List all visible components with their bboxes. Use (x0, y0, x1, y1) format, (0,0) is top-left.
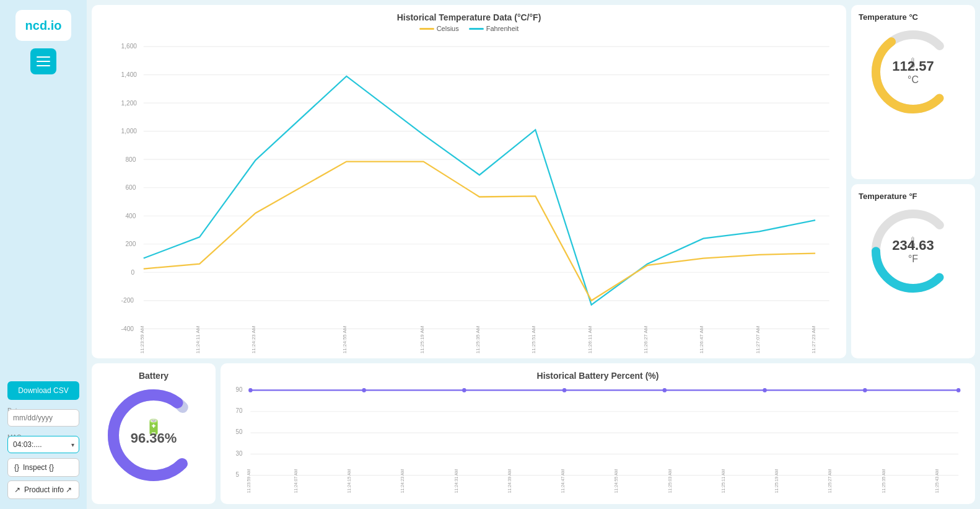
by-90: 90 (236, 386, 243, 392)
by-30: 30 (236, 449, 243, 456)
battery-chart-svg: 90 70 50 30 5 (230, 383, 965, 497)
temp-f-panel: Temperature °F 🌡 234.63 °F (851, 184, 975, 358)
menu-button[interactable] (30, 48, 56, 74)
svg-text:11:25:19 AM: 11:25:19 AM (774, 469, 779, 493)
celsius-legend-label: Celsius (437, 25, 459, 32)
inspect-icon: {} (14, 463, 19, 472)
svg-text:11:25:35 AM: 11:25:35 AM (882, 469, 886, 493)
temp-chart-svg-wrapper: 1,600 1,400 1,200 1,000 800 600 400 200 … (102, 36, 836, 361)
date-input[interactable] (7, 409, 79, 427)
x-label-0: 11:23:59 AM (139, 326, 145, 354)
legend-fahrenheit: Fahrenheit (469, 25, 519, 32)
x-label-10: 11:27:07 AM (755, 326, 761, 354)
x-axis-group-11: 11:27:23 AM (811, 326, 816, 354)
battery-dot-3 (562, 388, 566, 392)
battery-chart-svg-wrapper: 90 70 50 30 5 (230, 383, 965, 497)
battery-dot-2 (462, 388, 466, 392)
fahrenheit-legend-label: Fahrenheit (486, 25, 519, 32)
x-axis-group-3: 11:24:55 AM (342, 326, 348, 354)
y-600: 600 (125, 184, 136, 191)
bx-6: 11:24:47 AM (561, 469, 565, 493)
inspect-label: Inspect {} (23, 463, 54, 472)
svg-text:11:24:31 AM: 11:24:31 AM (454, 469, 458, 493)
fahrenheit-legend-line (469, 28, 484, 30)
x-label-8: 11:26:27 AM (643, 326, 649, 354)
y-1000: 1,000 (121, 128, 138, 135)
y-200: 200 (125, 241, 136, 247)
svg-text:11:24:15 AM: 11:24:15 AM (347, 469, 351, 493)
bx-10: 11:25:19 AM (774, 469, 779, 493)
svg-text:11:24:23 AM: 11:24:23 AM (401, 469, 405, 493)
svg-text:11:24:47 AM: 11:24:47 AM (561, 469, 565, 493)
temp-c-unit: °C (908, 74, 919, 85)
temp-chart-legend: Celsius Fahrenheit (102, 25, 836, 32)
temp-f-number: 234.63 (892, 237, 934, 254)
temp-chart-svg: 1,600 1,400 1,200 1,000 800 600 400 200 … (102, 36, 836, 361)
x-label-9: 11:26:47 AM (699, 326, 704, 354)
svg-text:11:24:07 AM: 11:24:07 AM (294, 469, 298, 493)
battery-dot-6 (863, 388, 867, 392)
temp-c-gauge: 🌡 112.57 °C (867, 25, 960, 118)
y-neg200: -200 (121, 297, 134, 304)
product-info-label: Product info ↗ (24, 485, 72, 494)
battery-title: Battery (139, 371, 168, 381)
temp-f-unit: °F (908, 254, 918, 264)
battery-dot-1 (362, 388, 365, 392)
temperature-chart-panel: Historical Temperature Data (°C/°F) Cels… (92, 5, 846, 358)
bx-2: 11:24:15 AM (347, 469, 351, 493)
x-axis-group-5: 11:25:35 AM (475, 326, 481, 354)
x-axis-group-6: 11:25:51 AM (531, 326, 536, 354)
battery-chart-panel: Historical Battery Percent (%) 90 70 50 … (221, 363, 975, 504)
temp-f-title: Temperature °F (859, 192, 917, 201)
temp-f-gauge: 🌡 234.63 °F (867, 205, 960, 298)
svg-text:11:24:55 AM: 11:24:55 AM (615, 469, 619, 493)
legend-celsius: Celsius (419, 25, 459, 32)
inspect-button[interactable]: {} Inspect {} (7, 458, 79, 477)
top-row: Historical Temperature Data (°C/°F) Cels… (92, 5, 975, 358)
fahrenheit-line (144, 76, 815, 305)
bx-11: 11:25:27 AM (828, 469, 833, 493)
product-info-button[interactable]: ↗ Product info ↗ (7, 480, 79, 499)
svg-text:11:25:03 AM: 11:25:03 AM (668, 469, 672, 493)
sidebar-bottom: {} Inspect {} ↗ Product info ↗ (7, 458, 79, 499)
battery-chart-title: Historical Battery Percent (%) (230, 371, 965, 381)
x-label-6: 11:25:51 AM (531, 326, 536, 354)
download-csv-button[interactable]: Download CSV (7, 381, 79, 400)
temp-chart-title: Historical Temperature Data (°C/°F) (102, 12, 836, 22)
x-label-1: 11:24:11 AM (195, 326, 201, 354)
bx-13: 11:25:43 AM (935, 469, 939, 493)
y-800: 800 (125, 156, 136, 163)
battery-donut-wrapper: 🔋 96.36% (104, 386, 203, 485)
external-link-icon: ↗ (14, 485, 20, 494)
x-label-4: 11:25:19 AM (419, 326, 425, 354)
menu-line-1 (37, 56, 50, 58)
battery-gauge-panel: Battery 🔋 96.36% (92, 363, 216, 504)
battery-dot-5 (763, 388, 766, 392)
x-label-2: 11:24:23 AM (252, 326, 257, 354)
svg-text:11:25:43 AM: 11:25:43 AM (935, 469, 939, 493)
battery-dot-7 (956, 388, 960, 392)
temp-c-value: 112.57 °C (892, 58, 934, 86)
bx-9: 11:25:11 AM (721, 469, 725, 493)
x-label-7: 11:26:11 AM (587, 326, 593, 354)
temp-c-title: Temperature °C (859, 12, 918, 22)
y-1600: 1,600 (121, 43, 138, 50)
celsius-legend-line (419, 28, 434, 30)
y-1200: 1,200 (121, 100, 138, 107)
svg-text:11:24:39 AM: 11:24:39 AM (507, 469, 512, 493)
y-400: 400 (125, 213, 136, 219)
mac-select[interactable]: 04:03:.... (7, 436, 79, 453)
by-50: 50 (236, 428, 243, 435)
bx-8: 11:25:03 AM (668, 469, 672, 493)
bx-4: 11:24:31 AM (454, 469, 458, 493)
battery-percent-value: 96.36% (131, 430, 177, 446)
x-axis-group: 11:23:59 AM (139, 326, 145, 354)
menu-line-3 (37, 65, 50, 66)
bx-12: 11:25:35 AM (882, 469, 886, 493)
x-axis-group-4: 11:25:19 AM (419, 326, 425, 354)
y-1400: 1,400 (121, 71, 138, 78)
menu-line-2 (37, 61, 50, 62)
svg-text:11:23:59 AM: 11:23:59 AM (247, 469, 252, 493)
x-axis-group-1: 11:24:11 AM (195, 326, 201, 354)
x-axis-group-9: 11:26:47 AM (699, 326, 704, 354)
